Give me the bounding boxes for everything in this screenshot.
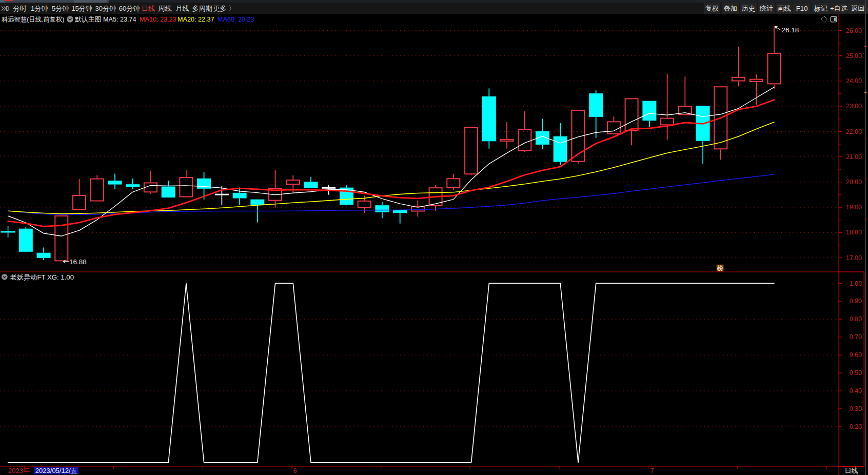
svg-text:科远智慧(日线.前复权): 科远智慧(日线.前复权): [2, 16, 64, 23]
svg-text:2023年: 2023年: [8, 467, 30, 474]
svg-text:18.00: 18.00: [846, 229, 862, 236]
svg-text:16.88: 16.88: [69, 258, 87, 266]
svg-text:17.00: 17.00: [846, 254, 862, 262]
svg-text:画线: 画线: [777, 5, 791, 12]
svg-text:0.60: 0.60: [850, 351, 862, 359]
svg-text:MA10: 23.23: MA10: 23.23: [140, 16, 176, 23]
svg-text:5分钟: 5分钟: [52, 5, 69, 12]
svg-text:0.80: 0.80: [850, 315, 862, 323]
svg-text:0.90: 0.90: [850, 298, 862, 305]
svg-text:统计: 统计: [759, 5, 773, 12]
svg-text:0.30: 0.30: [850, 405, 862, 412]
svg-text:老妖异动FT XG: 1.00: 老妖异动FT XG: 1.00: [10, 273, 74, 281]
svg-text:叠加: 叠加: [724, 5, 737, 12]
svg-text:MA60: 20.23: MA60: 20.23: [218, 16, 254, 23]
svg-text:25.00: 25.00: [846, 52, 862, 60]
svg-text:0.20: 0.20: [850, 423, 862, 430]
svg-text:更多 〉: 更多 〉: [213, 5, 235, 12]
svg-text:日线: 日线: [845, 467, 858, 474]
svg-text:26.00: 26.00: [846, 27, 862, 34]
svg-text:23.00: 23.00: [846, 103, 862, 110]
svg-text:F10: F10: [796, 5, 808, 12]
svg-text:1分钟: 1分钟: [31, 5, 48, 12]
svg-text:1.00: 1.00: [850, 280, 862, 287]
svg-text:+自选: +自选: [830, 5, 848, 12]
svg-text:复权: 复权: [705, 5, 719, 12]
svg-text:22.00: 22.00: [846, 128, 862, 135]
svg-text:24.00: 24.00: [846, 77, 862, 85]
svg-text:26.18: 26.18: [782, 26, 799, 34]
svg-text:日线: 日线: [142, 5, 155, 12]
svg-text:21.00: 21.00: [846, 153, 862, 161]
svg-text:0.50: 0.50: [850, 369, 862, 377]
svg-text:周线: 周线: [158, 5, 171, 12]
svg-text:7: 7: [650, 467, 654, 474]
svg-text:30分钟: 30分钟: [95, 5, 116, 12]
svg-text:返回: 返回: [851, 5, 864, 12]
svg-text:MA5: 23.74: MA5: 23.74: [103, 16, 136, 23]
svg-text:19.00: 19.00: [846, 204, 862, 211]
svg-text:2023/05/12/五: 2023/05/12/五: [35, 467, 77, 474]
svg-text:标记: 标记: [814, 5, 827, 12]
svg-text:20.00: 20.00: [846, 179, 862, 186]
svg-text:15分钟: 15分钟: [71, 5, 92, 12]
svg-text:历史: 历史: [742, 5, 755, 12]
svg-text:榜: 榜: [717, 265, 723, 272]
svg-text:0.70: 0.70: [850, 333, 862, 341]
svg-text:0.40: 0.40: [850, 387, 862, 394]
svg-text:多周期: 多周期: [192, 5, 212, 12]
svg-text:MA20: 22.37: MA20: 22.37: [177, 16, 214, 23]
svg-text:60分钟: 60分钟: [119, 5, 140, 12]
svg-text:分时: 分时: [13, 5, 27, 12]
svg-text:6: 6: [293, 467, 297, 474]
svg-text:月线: 月线: [175, 5, 189, 12]
svg-text:默认主图: 默认主图: [75, 15, 101, 23]
